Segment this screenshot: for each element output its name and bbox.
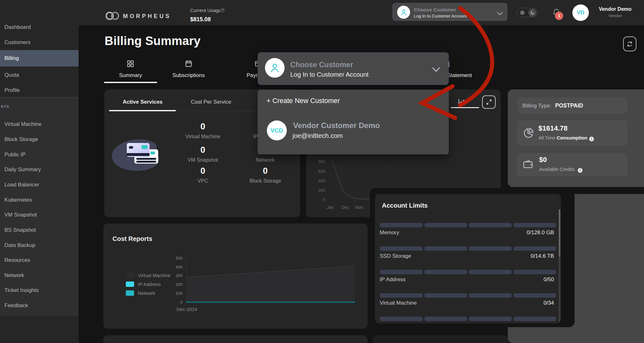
limit-value-ip: 0/50 (544, 276, 554, 283)
tab-subscriptions[interactable]: Subscriptions (172, 60, 205, 79)
sidebar-item-network[interactable]: Network (0, 269, 79, 282)
usage-ytick-200: 200 (311, 188, 325, 193)
stat-vpc: 0 VPC (168, 166, 238, 184)
sidebar-item-profile[interactable]: Profile (0, 83, 79, 97)
legend-network: Network (126, 290, 155, 296)
credits-label: Available Credits i (539, 166, 583, 173)
usage-xtick-nov: Nov (355, 205, 363, 210)
stat-block-storage-value: 0 (230, 166, 300, 176)
account-limits-title: Account Limits (382, 202, 428, 209)
customer-avatar (397, 6, 410, 19)
sidebar-item-bs-snapshot[interactable]: BS Snapshot (0, 223, 79, 237)
usage-xtick-dec: Dec (341, 205, 349, 210)
consumption-row: $1614.78 All Time Consumptioni (517, 120, 628, 146)
sidebar-item-data-backup[interactable]: Data Backup (0, 238, 79, 252)
legend-vm-label: Virtual Machine (138, 273, 171, 278)
limit-bar-memory (380, 223, 556, 227)
notification-badge: 1 (555, 12, 563, 20)
credits-row: $0 Available Credits i (517, 153, 628, 177)
limit-label-memory: Memory (380, 230, 399, 236)
moon-icon (530, 10, 535, 15)
sidebar-item-ticket-insights[interactable]: Ticket Insights (0, 283, 79, 297)
limit-bar-ip (380, 270, 556, 274)
sidebar-item-customers[interactable]: Customers (0, 36, 79, 49)
sidebar-item-dashboard[interactable]: Dashboard (0, 20, 79, 34)
refresh-button[interactable] (623, 36, 636, 51)
limit-label-ip: IP Address (380, 276, 406, 283)
sun-icon (520, 10, 525, 15)
consumption-info-icon[interactable]: i (589, 137, 594, 141)
card-tab-cost-per-service[interactable]: Cost Per Service (191, 99, 231, 105)
theme-toggle[interactable] (517, 8, 538, 17)
legend-network-swatch (126, 290, 134, 296)
limit-value-vm: 0/34 (544, 300, 554, 306)
customer-item-avatar: VCD (267, 120, 287, 140)
sidebar-item-block-storage[interactable]: Block Storage (0, 133, 79, 146)
bottom-card-middle (373, 335, 508, 343)
sidebar-item-virtual-machine[interactable]: Virtual Machine (0, 117, 79, 131)
scrollbar-thumb[interactable] (559, 209, 560, 257)
legend-network-label: Network (138, 290, 155, 296)
user-avatar[interactable]: VD (572, 4, 589, 21)
billing-type-label: Billing Type: (522, 103, 551, 109)
stat-virtual-machine-label: Virtual Machine (168, 134, 238, 139)
sidebar-item-public-ip[interactable]: Public IP (0, 148, 79, 162)
usage-ytick-0: 0 (311, 197, 325, 202)
stat-vm-snapshot: 0 VM Snapshot (168, 145, 238, 163)
refresh-icon (626, 41, 633, 48)
user-role: Vendor (592, 13, 638, 18)
create-new-customer-label: + Create New Customer (267, 97, 340, 105)
limit-bar-vm (380, 293, 556, 298)
customer-item-name[interactable]: Vendor Customer Demo (293, 121, 380, 130)
sidebar-item-quota[interactable]: Quota (0, 68, 79, 82)
sidebar-section-label: RTS (1, 105, 10, 108)
stat-vpc-value: 0 (168, 166, 238, 176)
limit-value-memory: 0/128.0 GB (527, 230, 554, 236)
cr-ytick-300: 300 (170, 273, 183, 278)
legend-ip-label: IP Address (138, 282, 161, 287)
customer-item-email: joe@in8tech.com (293, 132, 343, 139)
limit-label-ssd: SSD Storage (380, 253, 411, 259)
stat-network-label: Network (230, 157, 300, 163)
stat-vpc-label: VPC (168, 178, 238, 184)
consumption-label-main: Consumption (557, 135, 588, 140)
help-icon[interactable]: ? (220, 8, 225, 13)
sidebar-item-vm-snapshot[interactable]: VM Snapshot (0, 208, 79, 222)
legend-ip-address: IP Address (126, 282, 161, 287)
cr-ytick-200: 200 (170, 282, 183, 287)
billing-type-panel: Billing Type: POSTPAID $1614.78 All Time… (508, 89, 644, 187)
sidebar-item-daily-summary[interactable]: Daily Summary (0, 163, 79, 177)
page-title: Billing Summary (105, 34, 201, 48)
stat-virtual-machine: 0 Virtual Machine (168, 122, 238, 139)
sidebar-item-kubernetes[interactable]: Kubernetes (0, 193, 79, 207)
limit-label-vm: Virtual Machine (380, 300, 417, 306)
tab-subscriptions-label: Subscriptions (172, 72, 205, 79)
sidebar-item-load-balancer[interactable]: Load Balancer (0, 178, 79, 192)
cr-ytick-0: 0 (170, 300, 183, 305)
cr-xtick: Dec-2024 (177, 307, 197, 312)
grid-icon (126, 60, 135, 68)
cost-reports-title: Cost Reports (113, 235, 152, 243)
scrollbar-track[interactable] (559, 209, 560, 323)
stat-virtual-machine-value: 0 (168, 122, 238, 132)
sidebar-item-resources[interactable]: Resources (0, 253, 79, 267)
tab-summary[interactable]: Summary (119, 60, 142, 79)
usage-ytick-800: 800 (311, 159, 325, 164)
sidebar-item-billing[interactable]: Billing (0, 50, 79, 67)
limit-bar-extra (380, 317, 556, 321)
cost-reports-plot (186, 256, 355, 304)
red-annotation-arrow (412, 3, 507, 127)
wallet-icon (523, 159, 533, 170)
credits-info-icon[interactable]: i (578, 168, 583, 173)
tab-summary-label: Summary (119, 72, 142, 79)
sidebar: Dashboard Customers Billing Quota Profil… (0, 0, 79, 343)
account-limits-panel: Account Limits Memory 0/128.0 GB SSD Sto… (375, 194, 561, 323)
card-tab-active-services[interactable]: Active Services (123, 99, 163, 105)
bottom-card-left (103, 335, 368, 343)
stat-vm-snapshot-value: 0 (168, 145, 238, 155)
cr-ytick-400: 400 (170, 265, 183, 269)
stat-vm-snapshot-label: VM Snapshot (168, 157, 238, 163)
sidebar-item-feedback[interactable]: Feedback (0, 299, 79, 313)
consumption-label: All Time Consumptioni (538, 135, 594, 141)
legend-vm-swatch (126, 273, 134, 278)
